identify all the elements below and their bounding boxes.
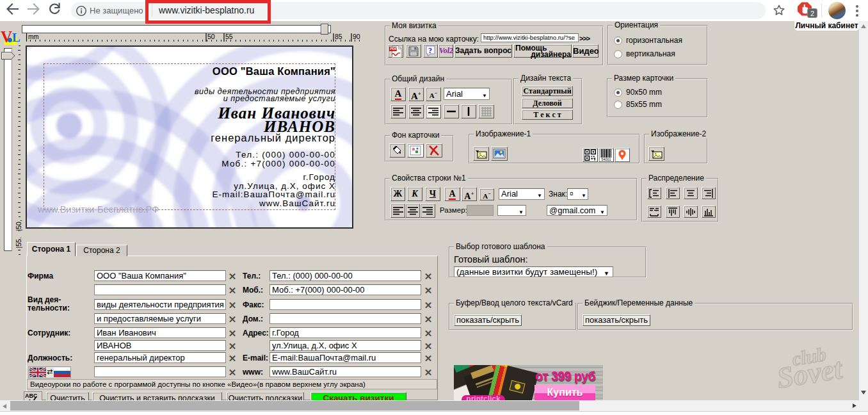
svg-text:mm: mm xyxy=(28,33,39,40)
svg-text:85: 85 xyxy=(335,33,342,40)
svg-text:50: 50 xyxy=(207,33,215,40)
svg-text:54001: 54001 xyxy=(602,158,611,161)
svg-text:?: ? xyxy=(428,46,432,55)
svg-text:PDF: PDF xyxy=(390,47,397,51)
svg-text:90: 90 xyxy=(353,33,360,40)
svg-text:55: 55 xyxy=(225,33,233,40)
